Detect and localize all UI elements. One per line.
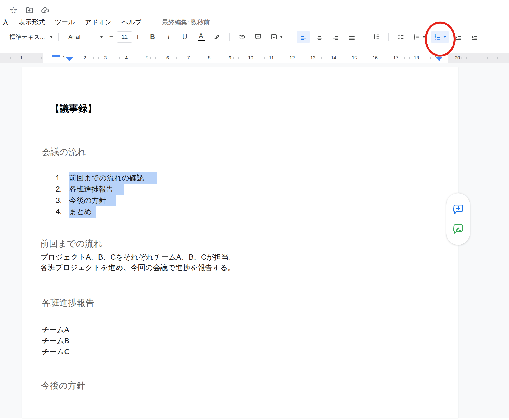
italic-button[interactable]: I <box>162 31 175 43</box>
menu-items: 入表示形式ツールアドオンヘルプ <box>2 18 142 27</box>
numbered-list-button[interactable]: 1 2 3 <box>431 31 449 43</box>
team-line: チームB <box>42 336 70 347</box>
suggest-edits-button[interactable] <box>452 223 464 235</box>
heading-progress-report: 各班進捗報告 <box>42 297 94 309</box>
bulleted-list-button[interactable] <box>411 31 428 43</box>
heading-previous-flow: 前回までの流れ <box>40 238 103 250</box>
svg-text:3: 3 <box>434 38 436 40</box>
menu-item[interactable]: ヘルプ <box>121 18 142 27</box>
first-line-indent-marker[interactable] <box>52 55 60 57</box>
line-spacing-button[interactable] <box>370 31 383 43</box>
ruler-number: 14 <box>330 55 338 61</box>
agenda-item: 2.各班進捗報告 <box>56 184 157 195</box>
team-list: チームAチームBチームC <box>42 325 70 358</box>
ruler-number: 20 <box>454 55 462 61</box>
agenda-item-number: 1. <box>56 174 69 182</box>
ruler-number: 2 <box>82 55 87 61</box>
document-canvas: 【議事録】 会議の流れ 1.前回までの流れの確認2.各班進捗報告3.今後の方針4… <box>0 63 509 418</box>
insert-link-button[interactable] <box>235 31 248 43</box>
ruler-number: 1 <box>19 55 24 61</box>
ruler-number: 17 <box>392 55 400 61</box>
right-indent-marker[interactable] <box>436 57 442 61</box>
toolbar-ruler-gap <box>0 45 509 53</box>
toolbar-divider <box>487 33 487 41</box>
left-indent-marker[interactable] <box>66 57 73 61</box>
align-left-button[interactable] <box>297 31 310 43</box>
team-line: チームA <box>42 325 70 336</box>
toolbar-divider <box>364 33 364 41</box>
quick-actions-bar: ☆ <box>0 0 509 16</box>
chevron-down-icon <box>100 36 103 38</box>
add-comment-floating-button[interactable] <box>452 203 464 215</box>
underline-button[interactable]: U <box>179 31 191 43</box>
ruler-number: 9 <box>227 55 233 61</box>
heading-meeting-flow: 会議の流れ <box>42 146 86 158</box>
paragraph-style-dropdown[interactable]: 標準テキス... <box>9 31 53 43</box>
menu-item[interactable]: 入 <box>2 18 9 27</box>
agenda-item-text-selected: 前回までの流れの確認 <box>69 172 157 184</box>
increase-font-size-button[interactable]: + <box>133 31 143 43</box>
ruler: 11234567891011121314151617181920 <box>0 53 509 63</box>
text-color-bar <box>198 40 205 41</box>
agenda-item-number: 2. <box>56 185 69 194</box>
chevron-down-icon <box>50 36 53 38</box>
indent-button[interactable] <box>468 31 481 43</box>
menu-item[interactable]: ツール <box>55 18 75 27</box>
align-center-button[interactable] <box>313 31 326 43</box>
ruler-number: 5 <box>144 55 149 61</box>
agenda-item-text-selected: 今後の方針 <box>69 195 116 206</box>
agenda-item-text-selected: 各班進捗報告 <box>69 183 124 195</box>
ruler-number: 18 <box>412 55 420 61</box>
folder-move-icon[interactable] <box>25 5 34 15</box>
text-color-letter: A <box>199 33 203 39</box>
toolbar-divider <box>291 33 291 41</box>
ruler-number: 11 <box>268 55 275 61</box>
toolbar-divider <box>388 33 389 41</box>
formatting-toolbar: 標準テキス... Arial − 11 + B I U A <box>0 29 509 45</box>
align-right-button[interactable] <box>329 31 342 43</box>
chevron-down-icon <box>423 36 425 38</box>
font-dropdown[interactable]: Arial <box>64 31 103 43</box>
ruler-number: 3 <box>103 55 108 61</box>
cloud-saved-icon[interactable] <box>41 5 50 15</box>
agenda-item-text-selected: まとめ <box>69 206 96 218</box>
ruler-number: 4 <box>124 55 129 61</box>
decrease-font-size-button[interactable]: − <box>106 31 116 43</box>
text-color-button[interactable]: A <box>195 31 207 43</box>
toolbar-divider <box>58 33 59 41</box>
last-edit-link[interactable]: 最終編集: 数秒前 <box>162 18 210 27</box>
paragraph-line: プロジェクトA、B、CをそれぞれチームA、B、Cが担当。 <box>40 252 236 263</box>
side-action-pill <box>446 193 470 245</box>
menu-item[interactable]: 表示形式 <box>19 18 45 27</box>
insert-image-button[interactable] <box>268 31 285 43</box>
ruler-number: 16 <box>371 55 379 61</box>
document-page[interactable]: 【議事録】 会議の流れ 1.前回までの流れの確認2.各班進捗報告3.今後の方針4… <box>22 67 458 418</box>
bold-button[interactable]: B <box>146 31 159 43</box>
menu-bar: 入表示形式ツールアドオンヘルプ 最終編集: 数秒前 <box>0 16 509 29</box>
highlighter-button[interactable] <box>211 31 224 43</box>
font-size-input[interactable]: 11 <box>117 31 132 43</box>
agenda-item-number: 3. <box>56 196 69 205</box>
align-justify-button[interactable] <box>346 31 358 43</box>
agenda-item-number: 4. <box>56 208 69 216</box>
ruler-number: 13 <box>309 55 317 61</box>
paragraph-style-label: 標準テキス... <box>9 33 45 41</box>
previous-flow-paragraph: プロジェクトA、B、CをそれぞれチームA、B、Cが担当。各班プロジェクトを進め、… <box>40 252 236 273</box>
menu-item[interactable]: アドオン <box>85 18 112 27</box>
font-size-group: − 11 + <box>106 31 143 43</box>
team-line: チームC <box>42 347 70 358</box>
add-comment-button[interactable] <box>251 31 264 43</box>
paragraph-line: 各班プロジェクトを進め、今回の会議で進捗を報告する。 <box>40 263 236 273</box>
chevron-down-icon <box>280 36 283 38</box>
ruler-number: 15 <box>350 55 358 61</box>
outdent-button[interactable] <box>452 31 465 43</box>
ruler-number: 12 <box>288 55 296 61</box>
ruler-number: 7 <box>186 55 191 61</box>
ruler-number: 10 <box>247 55 255 61</box>
heading-future-policy: 今後の方針 <box>41 380 85 392</box>
agenda-item: 4.まとめ <box>56 206 157 217</box>
star-icon[interactable]: ☆ <box>9 5 18 15</box>
checklist-button[interactable] <box>394 31 407 43</box>
agenda-numbered-list: 1.前回までの流れの確認2.各班進捗報告3.今後の方針4.まとめ <box>56 172 157 217</box>
font-name-label: Arial <box>68 33 80 41</box>
